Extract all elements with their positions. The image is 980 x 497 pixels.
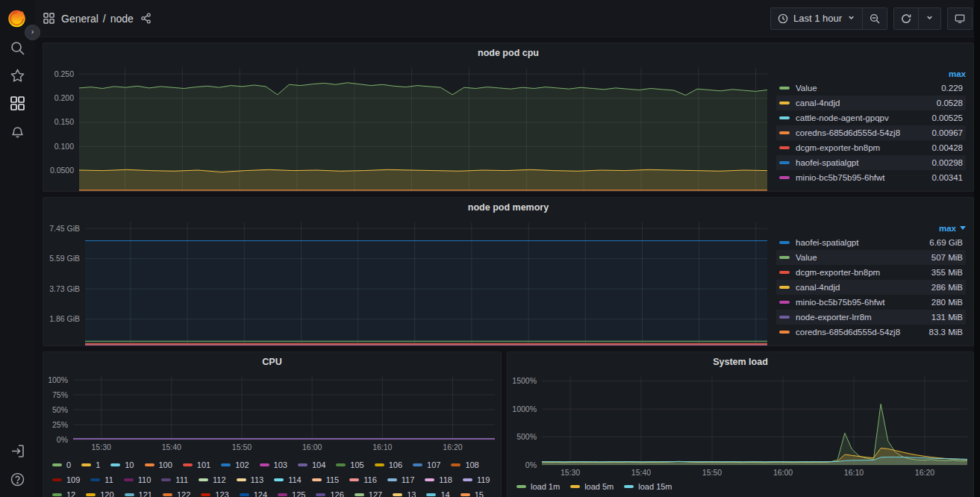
cpu-core-legend-item[interactable]: 15 bbox=[461, 490, 484, 497]
cpu-core-legend-item[interactable]: 117 bbox=[387, 475, 415, 485]
series-color-swatch bbox=[375, 463, 384, 466]
cpu-core-legend-item[interactable]: 108 bbox=[451, 460, 478, 470]
cpu-chart[interactable]: 15:3015:4015:5016:0016:1016:200%25%50%75… bbox=[43, 371, 501, 454]
share-icon[interactable] bbox=[140, 13, 152, 24]
breadcrumb-folder[interactable]: General bbox=[61, 13, 99, 25]
system-load-chart[interactable]: 15:3015:4015:5016:0016:1016:200%500%1000… bbox=[508, 371, 973, 480]
series-color-swatch bbox=[316, 493, 325, 496]
refresh-button[interactable] bbox=[894, 8, 918, 29]
series-label[interactable]: haofei-spatialgpt bbox=[796, 238, 922, 247]
cpu-core-legend-item[interactable]: 119 bbox=[463, 475, 490, 485]
series-label[interactable]: coredns-685d6d555d-54zj8 bbox=[796, 328, 922, 337]
legend-sort-header[interactable]: max bbox=[776, 221, 966, 235]
cpu-core-legend-item[interactable]: 103 bbox=[260, 460, 287, 470]
cpu-core-legend-item[interactable]: 12 bbox=[52, 490, 75, 497]
legend-row: coredns-685d6d555d-54zj80.00967 bbox=[776, 125, 966, 140]
cpu-core-legend-item[interactable]: 127 bbox=[355, 490, 382, 497]
cpu-core-legend-item[interactable]: 105 bbox=[336, 460, 363, 470]
cpu-core-legend-item[interactable]: 101 bbox=[183, 460, 210, 470]
cpu-core-legend-item[interactable]: 107 bbox=[413, 460, 440, 470]
series-label[interactable]: canal-4ndjd bbox=[796, 283, 924, 292]
cpu-core-legend-item[interactable]: 14 bbox=[426, 490, 449, 497]
grafana-logo-icon[interactable] bbox=[7, 8, 27, 28]
series-max-value: 0.00298 bbox=[931, 158, 963, 167]
panel-header[interactable]: CPU bbox=[43, 352, 501, 371]
svg-text:16:10: 16:10 bbox=[372, 443, 392, 451]
cpu-core-legend-item[interactable]: 120 bbox=[86, 490, 113, 497]
legend-item[interactable]: load 15m bbox=[624, 481, 672, 492]
cpu-core-legend-item[interactable]: 115 bbox=[312, 475, 340, 485]
cpu-core-legend-item[interactable]: 126 bbox=[316, 490, 343, 497]
series-label[interactable]: cattle-node-agent-gpqpv bbox=[796, 113, 924, 122]
series-label[interactable]: minio-bc5b75b95-6hfwt bbox=[796, 173, 924, 182]
cpu-core-legend-item[interactable]: 124 bbox=[240, 490, 267, 497]
series-max-value: 0.0528 bbox=[937, 99, 963, 107]
cpu-core-legend-item[interactable]: 112 bbox=[199, 475, 226, 485]
cpu-core-legend-item[interactable]: 114 bbox=[274, 475, 302, 485]
series-label[interactable]: coredns-685d6d555d-54zj8 bbox=[796, 128, 924, 137]
refresh-interval-dropdown[interactable] bbox=[918, 8, 940, 29]
series-label[interactable]: canal-4ndjd bbox=[796, 99, 929, 107]
legend-item[interactable]: load 1m bbox=[516, 481, 560, 492]
panel-title: node pod cpu bbox=[478, 48, 539, 58]
cpu-core-legend-item[interactable]: 118 bbox=[425, 475, 452, 485]
cpu-core-legend-item[interactable]: 121 bbox=[125, 490, 152, 497]
legend-sort-header[interactable]: max bbox=[776, 66, 966, 81]
starred-icon[interactable] bbox=[10, 68, 25, 84]
series-label[interactable]: haofei-spatialgpt bbox=[796, 158, 924, 167]
cpu-core-legend-item[interactable]: 13 bbox=[393, 490, 416, 497]
cpu-core-legend-item[interactable]: 100 bbox=[145, 460, 172, 470]
node-pod-memory-chart[interactable]: 15:3015:3515:4015:4515:5015:5516:0016:05… bbox=[43, 216, 773, 346]
series-label[interactable]: dcgm-exporter-bn8pm bbox=[796, 268, 924, 277]
panel-header[interactable]: System load bbox=[508, 352, 973, 371]
series-label[interactable]: minio-bc5b75b95-6hfwt bbox=[796, 298, 924, 307]
cpu-core-legend-item[interactable]: 10 bbox=[110, 460, 134, 470]
cpu-core-legend-item[interactable]: 110 bbox=[124, 475, 152, 485]
svg-text:500%: 500% bbox=[516, 432, 537, 441]
alerting-bell-icon[interactable] bbox=[10, 124, 25, 140]
scrollbar[interactable] bbox=[974, 0, 980, 497]
series-label[interactable]: dcgm-exporter-bn8pm bbox=[796, 143, 924, 152]
series-max-value: 83.3 MiB bbox=[929, 328, 963, 337]
kiosk-mode-button[interactable] bbox=[948, 8, 972, 29]
cpu-core-legend-item[interactable]: 125 bbox=[278, 490, 305, 497]
series-label[interactable]: node-exporter-lrr8m bbox=[796, 313, 924, 322]
cpu-core-legend-item[interactable]: 1 bbox=[81, 460, 100, 470]
series-label[interactable]: Value bbox=[796, 84, 934, 93]
cpu-core-legend: 0110100101102103104105106107108109111101… bbox=[43, 454, 501, 497]
svg-text:0.200: 0.200 bbox=[54, 93, 74, 102]
cpu-core-legend-item[interactable]: 116 bbox=[349, 475, 377, 485]
sidebar-expand-button[interactable]: › bbox=[25, 25, 40, 40]
panel-header[interactable]: node pod memory bbox=[43, 198, 973, 216]
series-label[interactable]: Value bbox=[796, 253, 924, 262]
time-range-picker[interactable]: Last 1 hour bbox=[771, 8, 862, 29]
svg-text:0.0500: 0.0500 bbox=[50, 166, 74, 175]
cpu-core-legend-item[interactable]: 104 bbox=[298, 460, 325, 470]
panel-header[interactable]: node pod cpu bbox=[43, 43, 973, 62]
sign-in-icon[interactable] bbox=[10, 443, 25, 459]
cpu-core-legend-item[interactable]: 111 bbox=[161, 475, 188, 485]
cpu-core-legend-item[interactable]: 109 bbox=[52, 475, 80, 485]
panel-title: System load bbox=[713, 357, 768, 367]
breadcrumb-dashboard[interactable]: node bbox=[110, 13, 134, 25]
topbar-controls: Last 1 hour bbox=[770, 7, 973, 30]
series-max-value: 0.00967 bbox=[931, 128, 963, 137]
help-icon[interactable] bbox=[10, 472, 25, 487]
cpu-core-legend-item[interactable]: 11 bbox=[90, 475, 113, 485]
node-pod-cpu-chart[interactable]: 15:3015:3515:4015:4515:5015:5516:0016:05… bbox=[43, 62, 773, 192]
zoom-out-button[interactable] bbox=[862, 8, 887, 29]
search-icon[interactable] bbox=[10, 40, 25, 56]
svg-text:0.250: 0.250 bbox=[54, 69, 74, 78]
cpu-core-legend-item[interactable]: 122 bbox=[163, 490, 190, 497]
cpu-core-legend-item[interactable]: 0 bbox=[52, 460, 71, 470]
clock-icon bbox=[778, 13, 788, 24]
cpu-core-legend-item[interactable]: 106 bbox=[375, 460, 402, 470]
series-color-swatch bbox=[163, 493, 172, 496]
legend-item[interactable]: load 5m bbox=[570, 481, 614, 492]
dashboards-icon[interactable] bbox=[10, 96, 25, 111]
cpu-core-legend-item[interactable]: 102 bbox=[221, 460, 249, 470]
topbar: General / node Last 1 hour bbox=[35, 0, 980, 37]
cpu-core-legend-item[interactable]: 123 bbox=[201, 490, 228, 497]
svg-text:0%: 0% bbox=[525, 460, 537, 469]
cpu-core-legend-item[interactable]: 113 bbox=[237, 475, 264, 485]
